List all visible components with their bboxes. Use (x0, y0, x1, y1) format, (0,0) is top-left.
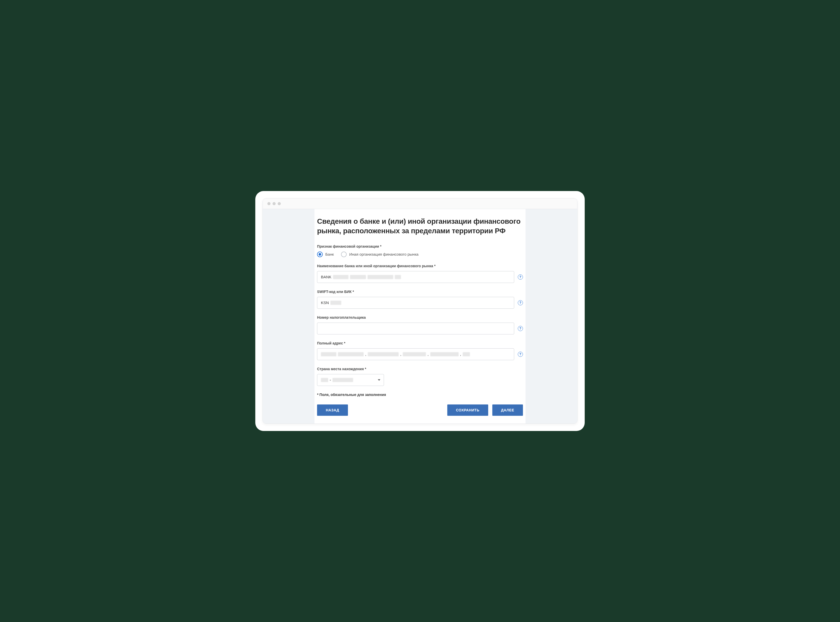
redacted-text (321, 352, 336, 356)
swift-value-prefix: KSN (321, 300, 329, 305)
radio-other-circle (341, 252, 347, 257)
org-type-radio-row: Банк Иная организация финансового рынка (317, 252, 523, 257)
browser-window: Сведения о банке и (или) иной организаци… (263, 198, 577, 424)
bank-name-input[interactable]: BANK (317, 271, 514, 283)
bank-name-value-prefix: BANK (321, 275, 332, 279)
redacted-text (321, 378, 328, 382)
country-group: Страна места нахождения * - (317, 367, 523, 386)
redacted-text (395, 275, 401, 279)
taxpayer-group: Номер налогоплательщика ? (317, 316, 523, 334)
radio-bank[interactable]: Банк (317, 252, 334, 257)
traffic-light-zoom[interactable] (278, 202, 281, 205)
taxpayer-input[interactable] (317, 323, 514, 334)
country-label: Страна места нахождения * (317, 367, 523, 371)
org-type-group: Признак финансовой организации * Банк Ин… (317, 244, 523, 257)
country-sep: - (330, 378, 331, 382)
traffic-light-minimize[interactable] (272, 202, 275, 205)
help-icon[interactable]: ? (518, 326, 523, 331)
help-icon[interactable]: ? (518, 352, 523, 357)
swift-input[interactable]: KSN (317, 297, 514, 309)
button-row: НАЗАД СОХРАНИТЬ ДАЛЕЕ (317, 404, 523, 416)
redacted-text (463, 352, 470, 356)
org-type-label: Признак финансовой организации * (317, 244, 523, 248)
browser-titlebar (263, 198, 577, 209)
back-button[interactable]: НАЗАД (317, 404, 348, 416)
radio-bank-label: Банк (325, 252, 334, 256)
radio-other-label: Иная организация финансового рынка (349, 252, 418, 256)
redacted-text (350, 275, 366, 279)
taxpayer-label: Номер налогоплательщика (317, 316, 523, 320)
bank-name-label: Наименование банка или иной организации … (317, 264, 523, 268)
outer-frame: Сведения о банке и (или) иной организаци… (255, 191, 585, 431)
redacted-text (333, 275, 348, 279)
traffic-light-close[interactable] (267, 202, 271, 205)
redacted-text (368, 352, 399, 356)
redacted-text (338, 352, 364, 356)
redacted-text (403, 352, 426, 356)
address-group: Полный адрес * , , , , ? (317, 341, 523, 360)
chevron-down-icon (378, 379, 380, 381)
country-select[interactable]: - (317, 374, 384, 386)
address-input[interactable]: , , , , (317, 348, 514, 360)
form-card: Сведения о банке и (или) иной организаци… (315, 209, 525, 424)
swift-label: SWIFT-код или БИК * (317, 290, 523, 294)
address-label: Полный адрес * (317, 341, 523, 345)
help-icon[interactable]: ? (518, 274, 523, 280)
redacted-text (333, 378, 353, 382)
next-button[interactable]: ДАЛЕЕ (492, 404, 523, 416)
swift-group: SWIFT-код или БИК * KSN ? (317, 290, 523, 309)
radio-other-org[interactable]: Иная организация финансового рынка (341, 252, 418, 257)
redacted-text (367, 275, 393, 279)
bank-name-group: Наименование банка или иной организации … (317, 264, 523, 283)
save-button[interactable]: СОХРАНИТЬ (447, 404, 488, 416)
help-icon[interactable]: ? (518, 300, 523, 305)
radio-bank-circle (317, 252, 323, 257)
redacted-text (330, 301, 341, 305)
page-background: Сведения о банке и (или) иной организаци… (263, 209, 577, 424)
page-title: Сведения о банке и (или) иной организаци… (317, 217, 523, 236)
redacted-text (430, 352, 459, 356)
required-footnote: * Поля, обязательные для заполнения (317, 393, 523, 397)
